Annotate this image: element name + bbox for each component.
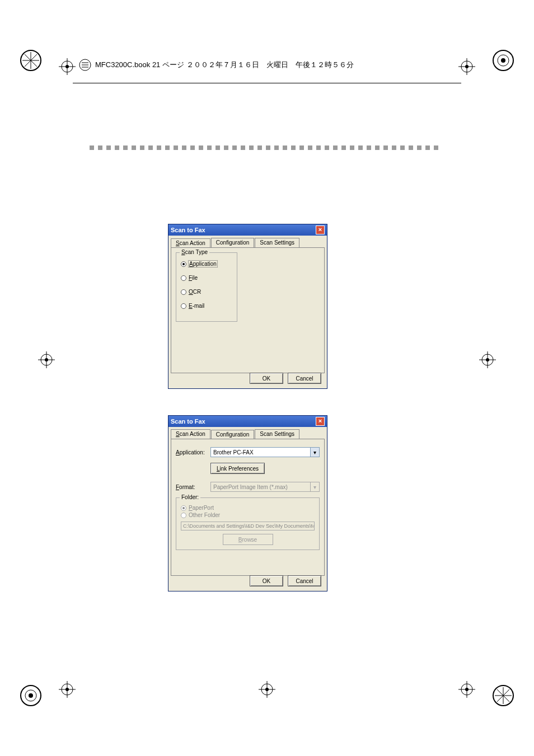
- crop-mark-icon: [492, 684, 514, 707]
- radio-icon: [181, 513, 186, 518]
- ok-button[interactable]: OK: [250, 575, 283, 586]
- radio-icon: [181, 261, 186, 267]
- dialog-title: Scan to Fax: [171, 227, 205, 233]
- tab-scan-settings[interactable]: Scan Settings: [255, 238, 299, 247]
- dialog-title: Scan to Fax: [171, 418, 205, 425]
- browse-button: Browse: [223, 534, 273, 545]
- crop-mark-icon: [20, 49, 42, 72]
- crop-mark-icon: [492, 49, 514, 72]
- format-combo: PaperPort Image Item (*.max) ▾: [210, 482, 320, 492]
- svg-point-30: [65, 688, 69, 691]
- close-icon[interactable]: ×: [316, 226, 325, 234]
- tab-configuration[interactable]: Configuration: [211, 238, 254, 247]
- close-icon[interactable]: ×: [316, 417, 325, 426]
- titlebar: Scan to Fax ×: [168, 224, 327, 236]
- tab-body: Scan Type Application File OCR E-mail: [171, 247, 325, 373]
- crop-mark-icon: [20, 684, 42, 707]
- reg-target-icon: [479, 351, 496, 368]
- radio-other-folder: Other Folder: [181, 512, 315, 518]
- svg-point-23: [486, 358, 489, 361]
- radio-icon: [181, 275, 186, 281]
- cancel-button[interactable]: Cancel: [288, 575, 321, 586]
- svg-point-15: [465, 65, 469, 68]
- chevron-down-icon: ▾: [310, 482, 319, 491]
- reg-target-icon: [59, 681, 76, 698]
- dotted-separator: [90, 145, 444, 150]
- svg-point-39: [465, 688, 469, 691]
- cancel-button[interactable]: Cancel: [288, 373, 321, 384]
- tab-scan-settings[interactable]: Scan Settings: [255, 429, 299, 439]
- application-field: Application: Brother PC-FAX ▾: [176, 447, 320, 457]
- reg-target-icon: [59, 58, 76, 75]
- tab-body: Application: Brother PC-FAX ▾ Link Prefe…: [171, 439, 325, 576]
- svg-point-8: [65, 65, 69, 68]
- svg-point-11: [501, 58, 505, 63]
- header-text: MFC3200C.book 21 ページ ２００２年７月１６日 火曜日 午後１２…: [92, 60, 354, 70]
- svg-point-19: [45, 358, 48, 361]
- tab-configuration[interactable]: Configuration: [211, 430, 254, 439]
- link-preferences-button[interactable]: Link Preferences: [210, 463, 265, 474]
- folder-group: Folder: PaperPort Other Folder C:\Docume…: [176, 497, 320, 550]
- format-field: Format: PaperPort Image Item (*.max) ▾: [176, 482, 320, 492]
- tab-row: Scan Action Configuration Scan Settings: [168, 427, 327, 439]
- svg-point-43: [265, 688, 269, 691]
- reg-target-icon: [458, 58, 475, 75]
- folder-path: C:\Documents and Settings\I&D Dev Sec\My…: [181, 522, 315, 530]
- radio-ocr[interactable]: OCR: [181, 289, 232, 295]
- scan-to-fax-dialog-1: Scan to Fax × Scan Action Configuration …: [168, 224, 327, 389]
- reg-target-icon: [458, 681, 475, 698]
- group-title: Scan Type: [180, 249, 209, 255]
- radio-paperport: PaperPort: [181, 505, 315, 511]
- page-header: MFC3200C.book 21 ページ ２００２年７月１６日 火曜日 午後１２…: [78, 58, 456, 72]
- svg-point-26: [29, 693, 33, 698]
- reg-target-icon: [38, 351, 55, 368]
- titlebar: Scan to Fax ×: [168, 416, 327, 427]
- radio-icon: [181, 303, 186, 309]
- combo-value: PaperPort Image Item (*.max): [213, 484, 288, 490]
- radio-application[interactable]: Application: [181, 261, 232, 267]
- application-combo[interactable]: Brother PC-FAX ▾: [210, 447, 320, 457]
- header-rule: [73, 83, 461, 83]
- radio-icon: [181, 505, 186, 511]
- ok-button[interactable]: OK: [250, 373, 283, 384]
- tab-scan-action[interactable]: Scan Action: [171, 429, 210, 439]
- radio-email[interactable]: E-mail: [181, 303, 232, 309]
- tab-row: Scan Action Configuration Scan Settings: [168, 236, 327, 247]
- radio-icon: [181, 289, 186, 295]
- scan-type-group: Scan Type Application File OCR E-mail: [176, 252, 237, 322]
- scan-to-fax-dialog-2: Scan to Fax × Scan Action Configuration …: [168, 415, 327, 591]
- group-title: Folder:: [180, 494, 200, 500]
- book-icon: [78, 58, 92, 72]
- chevron-down-icon: ▾: [310, 448, 319, 457]
- radio-file[interactable]: File: [181, 275, 232, 281]
- combo-value: Brother PC-FAX: [213, 449, 254, 456]
- tab-scan-action[interactable]: Scan Action: [171, 238, 210, 248]
- reg-target-icon: [259, 681, 275, 698]
